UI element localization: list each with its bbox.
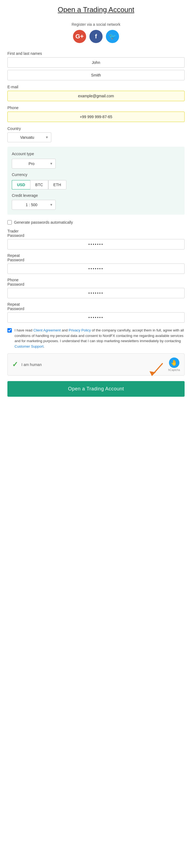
passwords-section: TraderPassword RepeatPassword PhonePassw…	[7, 229, 185, 323]
country-select-wrapper: Vanuatu United States United Kingdom Ger…	[7, 132, 51, 142]
generate-passwords-checkbox[interactable]	[7, 220, 12, 224]
agreement-label: I have read Client Agreement and Privacy…	[14, 328, 185, 349]
phone-label: Phone	[7, 105, 185, 110]
account-type-select-wrapper: Pro Standard ECN ▼	[12, 159, 56, 168]
account-type-subsection: Account type Pro Standard ECN ▼	[12, 152, 180, 168]
account-type-select[interactable]: Pro Standard ECN	[12, 159, 56, 168]
twitter-login-button[interactable]: 🐦	[106, 30, 119, 43]
country-section: Country Vanuatu United States United Kin…	[7, 126, 185, 142]
captcha-label: I am human	[22, 363, 42, 367]
phone-password-input[interactable]	[7, 288, 185, 298]
repeat-phone-password-group: RepeatPassword	[7, 302, 185, 323]
names-label: First and last names	[7, 51, 185, 56]
last-name-input[interactable]	[7, 70, 185, 80]
hcaptcha-icon: 🤚	[169, 358, 180, 368]
social-label: Register via a social network	[7, 22, 185, 27]
phone-section: Phone	[7, 105, 185, 122]
leverage-select[interactable]: 1 : 500 1 : 200 1 : 100 1 : 50	[12, 200, 56, 210]
country-label: Country	[7, 126, 185, 131]
social-register-section: Register via a social network G+ f 🐦	[7, 22, 185, 43]
account-settings-section: Account type Pro Standard ECN ▼ Currency…	[7, 147, 185, 215]
repeat-trader-password-input[interactable]	[7, 264, 185, 274]
repeat-trader-password-group: RepeatPassword	[7, 253, 185, 274]
email-label: E-mail	[7, 85, 185, 89]
currency-options-group: USD BTC ETH	[12, 180, 180, 189]
repeat-phone-password-input[interactable]	[7, 312, 185, 323]
submit-button[interactable]: Open a Trading Account	[7, 381, 185, 397]
email-section: E-mail	[7, 85, 185, 101]
leverage-select-wrapper: 1 : 500 1 : 200 1 : 100 1 : 50 ▼	[12, 200, 56, 210]
repeat-trader-password-label: RepeatPassword	[7, 253, 185, 262]
trader-password-label: TraderPassword	[7, 229, 185, 238]
client-agreement-link[interactable]: Client Agreement	[33, 328, 61, 332]
currency-usd-button[interactable]: USD	[12, 180, 30, 189]
currency-subsection: Currency USD BTC ETH	[12, 173, 180, 189]
currency-label: Currency	[12, 173, 180, 177]
repeat-phone-password-label: RepeatPassword	[7, 302, 185, 311]
phone-password-label: PhonePassword	[7, 278, 185, 286]
orange-arrow-icon	[135, 362, 168, 378]
page-title: Open a Trading Account	[7, 5, 185, 14]
names-section: First and last names	[7, 51, 185, 80]
first-name-input[interactable]	[7, 57, 185, 68]
country-select[interactable]: Vanuatu United States United Kingdom Ger…	[7, 132, 51, 142]
customer-support-link[interactable]: Customer Support	[14, 344, 43, 348]
currency-eth-button[interactable]: ETH	[48, 180, 66, 189]
generate-passwords-label[interactable]: Generate passwords automatically	[14, 220, 73, 224]
agreement-checkbox[interactable]	[7, 328, 12, 333]
trader-password-group: TraderPassword	[7, 229, 185, 249]
captcha-brand-logo: 🤚 hCaptcha	[168, 358, 180, 371]
privacy-policy-link[interactable]: Privacy Policy	[69, 328, 91, 332]
email-input[interactable]	[7, 91, 185, 101]
hcaptcha-brand-name: hCaptcha	[168, 369, 180, 371]
phone-password-group: PhonePassword	[7, 278, 185, 298]
facebook-login-button[interactable]: f	[89, 30, 103, 43]
captcha-left: ✓ I am human	[12, 360, 42, 369]
currency-btc-button[interactable]: BTC	[30, 180, 48, 189]
account-type-label: Account type	[12, 152, 180, 156]
agreement-row: I have read Client Agreement and Privacy…	[7, 328, 185, 349]
social-icons-row: G+ f 🐦	[7, 30, 185, 43]
generate-passwords-row: Generate passwords automatically	[7, 220, 185, 224]
leverage-label: Credit leverage	[12, 193, 180, 198]
trader-password-input[interactable]	[7, 239, 185, 249]
google-login-button[interactable]: G+	[73, 30, 86, 43]
phone-input[interactable]	[7, 112, 185, 122]
leverage-subsection: Credit leverage 1 : 500 1 : 200 1 : 100 …	[12, 193, 180, 210]
captcha-checkmark-icon: ✓	[12, 360, 18, 369]
